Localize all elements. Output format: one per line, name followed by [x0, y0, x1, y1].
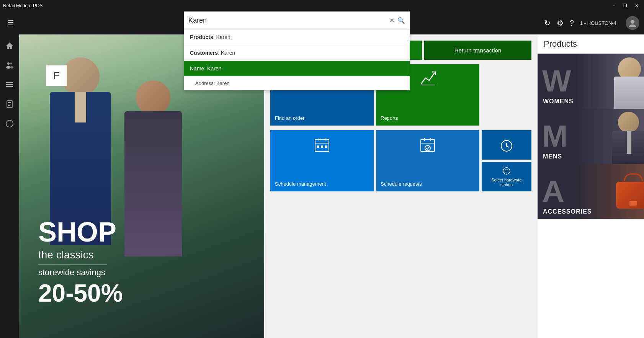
womens-letter: W [538, 66, 571, 96]
svg-point-1 [629, 24, 636, 27]
hero-percent-text: 20-50% [38, 279, 123, 307]
store-badge: F [46, 65, 67, 86]
svg-point-14 [6, 120, 13, 127]
hero-savings-text: storewide savings [38, 268, 123, 278]
hero-divider [38, 264, 107, 265]
select-hardware-station-tile-top[interactable] [482, 130, 531, 160]
search-dropdown: Products: Karen Customers: Karen Name: K… [184, 29, 410, 90]
products-value: : Karen [213, 34, 230, 40]
hardware-list-icon [500, 167, 513, 175]
search-box: ✕ 🔍 [184, 11, 410, 29]
accessories-letter: A [538, 176, 564, 207]
svg-point-6 [10, 66, 13, 69]
top-right-controls: ↻ ⚙ ? 1 - HOUSTON-4 [544, 16, 639, 30]
return-transaction-tile[interactable]: Return transaction [424, 41, 531, 60]
search-button[interactable]: 🔍 [397, 17, 405, 24]
maximize-button[interactable]: ❐ [621, 2, 629, 9]
sidebar [0, 34, 19, 338]
mens-label: MENS [543, 153, 562, 160]
minimize-button[interactable]: − [610, 2, 618, 9]
mens-letter: M [538, 121, 568, 152]
clear-search-button[interactable]: ✕ [389, 17, 394, 24]
close-button[interactable]: ✕ [633, 2, 641, 9]
svg-rect-27 [321, 145, 323, 148]
settings-icon[interactable]: ⚙ [557, 18, 564, 28]
search-address-result[interactable]: Address: Karen [184, 77, 410, 90]
product-accessories[interactable]: A ACCESSORIES [538, 164, 644, 219]
schedule-management-icon [312, 135, 332, 155]
select-hardware-station-label: Select hardware station [486, 178, 527, 187]
svg-rect-28 [325, 145, 327, 148]
customers-label: Customers [190, 50, 218, 56]
store-info: 1 - HOUSTON-4 [580, 20, 616, 26]
avatar-icon [628, 19, 637, 27]
sidebar-orders[interactable] [0, 96, 19, 114]
app-container: ☰ ✕ 🔍 Products: Karen Customers: Karen N… [0, 11, 644, 338]
schedule-management-label: Schedule management [275, 181, 326, 187]
svg-point-33 [425, 145, 430, 151]
hamburger-menu[interactable]: ☰ [5, 16, 17, 30]
address-result-label: Address: Karen [195, 80, 230, 86]
schedule-management-tile[interactable]: Schedule management [270, 130, 374, 191]
schedule-requests-label: Schedule requests [381, 181, 422, 187]
svg-marker-2 [6, 42, 13, 49]
svg-rect-8 [6, 84, 13, 85]
products-panel: Products W WOMENS [538, 34, 644, 338]
sidebar-home[interactable] [0, 38, 19, 56]
svg-rect-12 [8, 104, 11, 105]
svg-rect-26 [317, 145, 319, 148]
customers-value: : Karen [218, 50, 235, 56]
sidebar-menu[interactable] [0, 77, 19, 95]
app-title: Retail Modern POS [3, 3, 42, 8]
accessories-label: ACCESSORIES [543, 208, 592, 215]
search-container: ✕ 🔍 Products: Karen Customers: Karen Nam… [184, 11, 410, 90]
user-avatar[interactable] [626, 16, 639, 30]
hero-sub-text: the classics [38, 249, 123, 261]
schedule-requests-tile[interactable]: Schedule requests [376, 130, 479, 191]
svg-rect-9 [6, 86, 13, 87]
svg-point-3 [7, 62, 10, 65]
search-input[interactable] [188, 16, 389, 24]
sidebar-customers[interactable] [0, 57, 19, 75]
womens-label: WOMENS [543, 98, 574, 105]
products-header: Products [538, 34, 644, 54]
help-icon[interactable]: ? [570, 19, 574, 28]
product-mens[interactable]: M MENS [538, 109, 644, 164]
svg-point-0 [631, 20, 634, 24]
schedule-requests-icon [418, 135, 438, 155]
sidebar-transactions[interactable] [0, 116, 19, 134]
svg-rect-7 [6, 82, 13, 83]
find-order-label: Find an order [275, 115, 304, 121]
svg-point-37 [506, 145, 507, 147]
schedule-tiles-row: Schedule management [270, 130, 531, 191]
window-controls: − ❐ ✕ [610, 2, 641, 9]
hardware-station-group: Select hardware station [482, 130, 531, 191]
svg-rect-13 [8, 105, 10, 106]
top-bar: ☰ ✕ 🔍 Products: Karen Customers: Karen N… [0, 11, 644, 34]
search-customers-item[interactable]: Customers: Karen [184, 45, 410, 61]
hero-shop-text: SHOP [38, 218, 123, 246]
reports-label: Reports [381, 115, 398, 121]
svg-rect-11 [8, 102, 11, 103]
svg-point-4 [6, 66, 11, 69]
svg-point-5 [10, 63, 12, 65]
hero-text: SHOP the classics storewide savings 20-5… [38, 218, 123, 307]
reports-icon [418, 69, 438, 89]
search-products-item[interactable]: Products: Karen [184, 29, 410, 45]
select-hardware-station-tile-bottom[interactable]: Select hardware station [482, 162, 531, 191]
search-name-result[interactable]: Name: Karen [184, 61, 410, 77]
hardware-clock-icon [500, 139, 513, 153]
product-womens[interactable]: W WOMENS [538, 54, 644, 109]
products-label: Products [190, 34, 213, 40]
refresh-icon[interactable]: ↻ [544, 18, 551, 28]
name-result-label: Name: Karen [190, 65, 221, 72]
title-bar: Retail Modern POS − ❐ ✕ [0, 0, 644, 11]
